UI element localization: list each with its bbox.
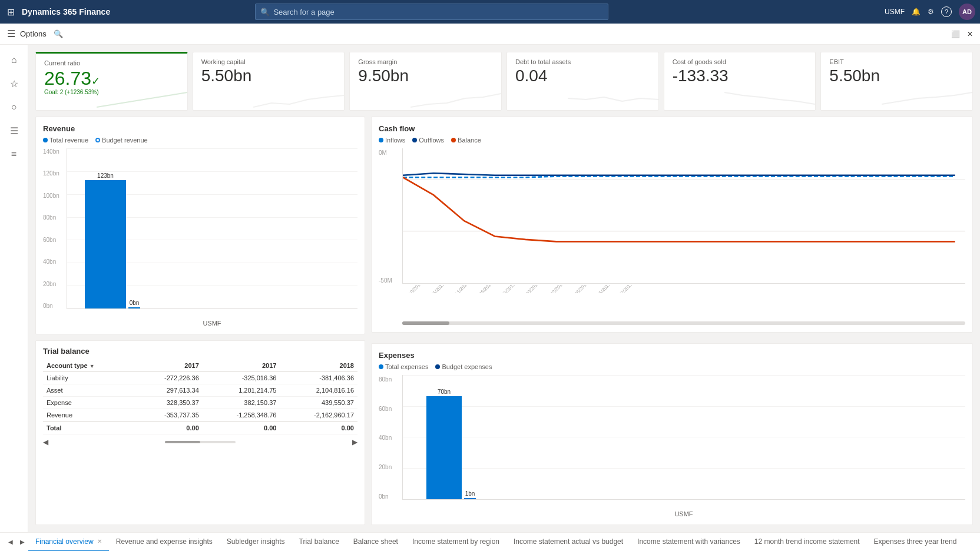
tab-income-vs-budget[interactable]: Income statement actual vs budget [506,533,630,552]
revenue-chart-panel: Revenue Total revenue Budget revenue [35,117,365,334]
exp-y-60: 60bn [379,406,399,412]
tab-income-region[interactable]: Income statement by region [405,533,506,552]
exp-bar-label-70: 70bn [426,389,462,395]
x-date-7: 6/22/2017 [547,285,565,293]
col-account-type[interactable]: Account type ▼ [43,360,134,371]
kpi-title-current-ratio: Current ratio [44,59,179,67]
cell-expense-2017b: 382,150.37 [203,397,280,409]
avatar[interactable]: AD [959,4,975,20]
tab-trial-balance[interactable]: Trial balance [292,533,346,552]
cell-total-2018: 0.00 [280,421,357,434]
sidebar: ⌂ ☆ ○ ☰ ≡ [0,45,28,532]
sidebar-favorites-icon[interactable]: ☆ [4,73,25,94]
tab-scroll-left[interactable]: ◀ [5,535,16,549]
search-icon: 🔍 [260,8,270,16]
cell-total-2017a: 0.00 [134,421,202,434]
sidebar-workspaces-icon[interactable]: ☰ [4,120,25,141]
tab-12month-trend[interactable]: 12 month trend income statement [747,533,867,552]
kpi-value-cogs: -133.33 [673,68,807,84]
table-scroll-left[interactable]: ◀ [43,438,48,446]
cashflow-chart-title: Cash flow [379,124,965,133]
cell-total-2017b: 0.00 [203,421,280,434]
tab-income-variances[interactable]: Income statement with variances [630,533,747,552]
exp-y-80: 80bn [379,376,399,383]
grid-icon[interactable]: ⊞ [5,4,17,20]
x-date-3: 5/11/2017 [451,285,470,293]
expenses-chart-panel: Expenses Total expenses Budget expenses [371,343,973,525]
tab-expenses-3yr[interactable]: Expenses three year trend [867,533,964,552]
hamburger-icon[interactable]: ☰ [7,28,15,39]
y-label-100: 100bn [43,192,65,199]
legend-dot-total-expenses [379,364,383,369]
exp-bar-label-1: 1bn [464,490,476,497]
top-navigation: ⊞ Dynamics 365 Finance 🔍 Search for a pa… [0,0,980,24]
trial-balance-table: Account type ▼ 2017 2017 2018 Liability [43,360,357,434]
search-placeholder: Search for a page [273,8,334,16]
main-layout: ⌂ ☆ ○ ☰ ≡ Current ratio 26.73✓ Goal: 2 (… [0,45,980,532]
tab-balance-sheet[interactable]: Balance sheet [346,533,405,552]
close-icon[interactable]: ✕ [967,30,973,38]
sidebar-home-icon[interactable]: ⌂ [4,49,25,71]
kpi-title-debt: Debt to total assets [515,58,650,65]
kpi-value-debt: 0.04 [515,68,650,84]
options-search-icon[interactable]: 🔍 [54,29,63,38]
cell-revenue-2017a: -353,737.35 [134,409,202,422]
legend-balance: Balance [451,137,481,144]
sidebar-modules-icon[interactable]: ≡ [4,144,25,165]
bar-usmf-total [85,180,126,308]
right-column: Cash flow Inflows Outflows Balance [371,117,973,525]
x-date-2: 4/5/2017 [429,285,445,293]
tab-close-financial-overview[interactable]: ✕ [97,538,102,545]
y-label-120: 120bn [43,170,65,177]
tab-scroll-right[interactable]: ▶ [16,535,28,549]
cell-liability-type: Liability [43,371,134,384]
kpi-value-working-capital: 5.50bn [201,68,336,84]
y-label-40: 40bn [43,258,65,265]
y-label-80: 80bn [43,214,65,221]
exp-y-20: 20bn [379,464,399,470]
kpi-title-cogs: Cost of goods sold [673,58,807,65]
kpi-working-capital: Working capital 5.50bn [193,52,345,111]
table-scroll-right[interactable]: ▶ [352,438,357,446]
cashflow-svg [403,148,965,283]
kpi-debt-total-assets: Debt to total assets 0.04 [506,52,659,111]
bell-icon[interactable]: 🔔 [912,8,921,16]
exp-y-40: 40bn [379,434,399,441]
cashflow-chart-panel: Cash flow Inflows Outflows Balance [371,117,973,333]
trial-balance-panel: Trial balance Account type ▼ 2017 2017 2… [35,340,365,525]
cell-asset-2017b: 1,201,214.75 [203,384,280,397]
kpi-cost-goods-sold: Cost of goods sold -133.33 [664,52,816,111]
col-2018[interactable]: 2018 [280,360,357,371]
global-search[interactable]: 🔍 Search for a page [255,4,608,20]
col-2017-a[interactable]: 2017 [134,360,202,371]
exp-y-0: 0bn [379,493,399,500]
gear-icon[interactable]: ⚙ [928,8,934,16]
sort-arrow-account: ▼ [90,363,95,369]
expenses-legend: Total expenses Budget expenses [379,363,965,370]
exp-bar-usmf-budget [464,498,476,499]
tab-financial-overview[interactable]: Financial overview ✕ [28,533,109,552]
kpi-value-current-ratio: 26.73✓ [44,69,179,88]
kpi-value-ebit: 5.50bn [829,68,964,84]
tab-revenue-expense[interactable]: Revenue and expense insights [109,533,220,552]
kpi-gross-margin: Gross margin 9.50bn [349,52,502,111]
bottom-tabs: ◀ ▶ Financial overview ✕ Revenue and exp… [0,532,980,551]
col-2017-b[interactable]: 2017 [203,360,280,371]
kpi-title-working-capital: Working capital [201,58,336,65]
cell-expense-2018: 439,550.37 [280,397,357,409]
help-icon[interactable]: ? [941,6,952,17]
maximize-icon[interactable]: ⬜ [951,30,960,38]
cashflow-scrollbar-thumb[interactable] [402,321,449,325]
x-label-usmf-expenses: USMF [402,510,965,517]
legend-dot-total-revenue [43,138,48,142]
legend-outflows: Outflows [412,137,444,144]
legend-dot-budget-revenue [95,138,100,142]
options-bar: ☰ Options 🔍 ⬜ ✕ [0,24,980,45]
cashflow-scrollbar[interactable] [402,321,965,325]
trial-balance-title: Trial balance [43,347,357,356]
y-label-60: 60bn [43,237,65,243]
cell-liability-2018: -381,406.36 [280,371,357,384]
tab-subledger[interactable]: Subledger insights [220,533,292,552]
sidebar-recent-icon[interactable]: ○ [4,97,25,118]
cell-liability-2017b: -325,016.36 [203,371,280,384]
